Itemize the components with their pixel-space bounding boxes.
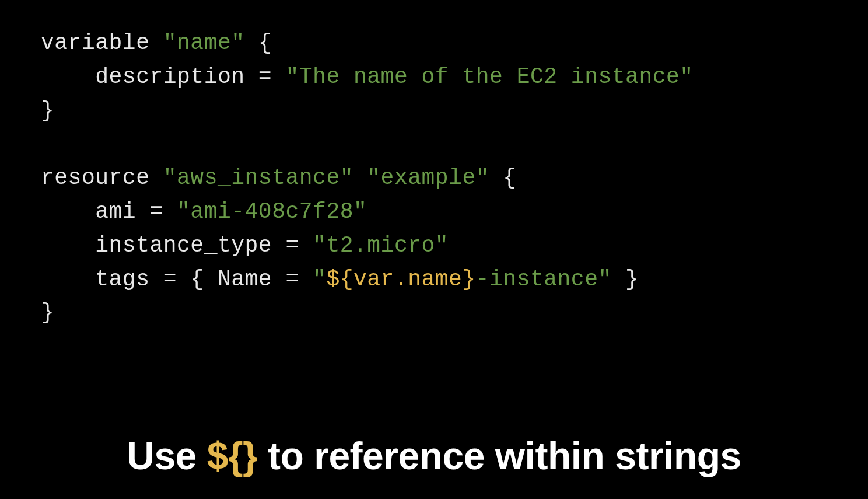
brace-open: { <box>489 165 517 190</box>
keyword-resource: resource <box>41 165 163 190</box>
code-line-5: ami = "ami-408c7f28" <box>41 195 827 229</box>
string-name: "name" <box>163 30 245 55</box>
code-line-8: } <box>41 296 827 330</box>
string-aws-instance: "aws_instance" <box>163 165 354 190</box>
code-line-2: description = "The name of the EC2 insta… <box>41 60 827 94</box>
string-quote-open: " <box>313 267 326 292</box>
string-instance-type-value: "t2.micro" <box>313 233 449 258</box>
string-example: "example" <box>367 165 489 190</box>
code-line-3: } <box>41 94 827 128</box>
indent <box>41 199 95 224</box>
blank-line <box>41 127 827 161</box>
attr-instance-type: instance_type = <box>95 233 313 258</box>
string-suffix: -instance" <box>476 267 612 292</box>
string-ami-value: "ami-408c7f28" <box>177 199 367 224</box>
space <box>354 165 367 190</box>
brace-close: } <box>41 98 54 123</box>
code-line-7: tags = { Name = "${var.name}-instance" } <box>41 263 827 296</box>
brace-close: } <box>41 300 54 325</box>
indent <box>41 233 95 258</box>
attr-tags: tags = { Name = <box>95 267 313 292</box>
attr-description: description = <box>95 64 285 89</box>
brace-open: { <box>245 30 272 55</box>
caption-highlight: ${} <box>207 434 258 477</box>
code-block: variable "name" { description = "The nam… <box>0 0 868 330</box>
attr-ami: ami = <box>95 199 177 224</box>
code-line-6: instance_type = "t2.micro" <box>41 229 827 263</box>
code-line-4: resource "aws_instance" "example" { <box>41 161 827 195</box>
string-description-value: "The name of the EC2 instance" <box>285 64 693 89</box>
keyword-variable: variable <box>41 30 163 55</box>
indent <box>41 267 95 292</box>
code-line-1: variable "name" { <box>41 26 827 60</box>
indent <box>41 64 95 89</box>
slide-caption: Use ${} to reference within strings <box>0 434 868 478</box>
caption-pre: Use <box>127 434 206 477</box>
interpolation-var-name: ${var.name} <box>326 267 475 292</box>
brace-close-inline: } <box>612 267 639 292</box>
caption-post: to reference within strings <box>257 434 741 477</box>
